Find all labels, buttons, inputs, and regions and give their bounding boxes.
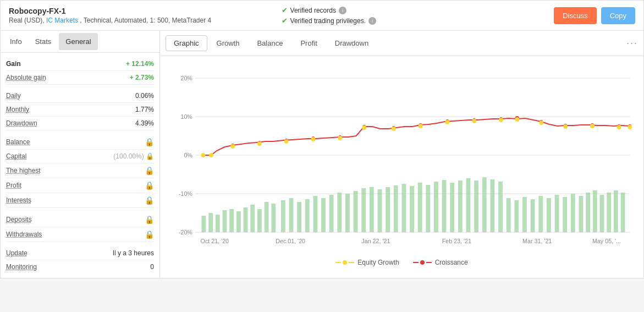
svg-rect-22 <box>244 207 248 232</box>
svg-rect-66 <box>593 190 597 232</box>
header-verified: ✔ Verified records i ✔ Verified trading … <box>282 6 554 25</box>
value-highest: 🔒 <box>145 166 154 175</box>
svg-point-101 <box>472 119 476 123</box>
svg-rect-25 <box>265 202 269 232</box>
account-title: Robocopy-FX-1 <box>9 7 282 15</box>
svg-rect-59 <box>538 196 543 232</box>
svg-rect-53 <box>491 179 495 232</box>
label-highest: The highest <box>6 167 41 174</box>
legend-croissance: Croissance <box>413 259 468 266</box>
chart-area: .grid-line { stroke: #e0e0e0; stroke-wid… <box>160 56 643 276</box>
divider-4 <box>6 242 154 247</box>
legend-equity-label: Equity Growth <box>357 259 399 266</box>
label-absolute-gain: Absolute gain <box>6 74 46 81</box>
row-highest: The highest 🔒 <box>6 163 154 178</box>
svg-rect-62 <box>563 197 567 232</box>
label-withdrawals: Withdrawals <box>6 231 42 238</box>
info-icon-trading[interactable]: i <box>368 17 376 25</box>
row-interests: Interests 🔒 <box>6 193 154 208</box>
more-button[interactable]: ··· <box>626 37 638 49</box>
main-container: Robocopy-FX-1 Real (USD), IC Markets , T… <box>0 0 644 278</box>
svg-point-99 <box>419 124 423 128</box>
label-balance: Balance <box>6 138 30 146</box>
svg-point-96 <box>338 136 342 140</box>
chart-legend: Equity Growth Croissance <box>168 256 635 271</box>
svg-rect-17 <box>208 213 213 232</box>
svg-rect-67 <box>600 195 604 232</box>
row-gain: Gain + 12.14% <box>6 57 154 71</box>
info-icon-records[interactable]: i <box>339 7 346 14</box>
svg-rect-47 <box>442 180 447 232</box>
svg-rect-56 <box>514 200 519 232</box>
value-monthly: 1.77% <box>135 106 154 113</box>
tab-growth[interactable]: Growth <box>208 35 248 51</box>
tab-graphic[interactable]: Graphic <box>166 35 207 51</box>
value-withdrawals: 🔒 <box>145 230 154 239</box>
svg-rect-33 <box>329 195 334 232</box>
tab-stats[interactable]: Stats <box>29 31 58 52</box>
svg-rect-48 <box>450 183 454 232</box>
svg-rect-28 <box>289 198 294 232</box>
tab-general[interactable]: General <box>59 33 97 50</box>
label-gain: Gain <box>6 60 21 68</box>
left-tabs: Info Stats General <box>1 31 159 53</box>
value-balance: 🔒 <box>145 138 154 146</box>
svg-text:0%: 0% <box>184 152 192 158</box>
row-drawdown: Drawdown 4.39% <box>6 117 154 130</box>
svg-rect-68 <box>607 193 611 232</box>
label-daily: Daily <box>6 92 21 100</box>
svg-rect-18 <box>216 215 220 232</box>
svg-text:20%: 20% <box>180 75 192 81</box>
label-update: Update <box>6 249 27 257</box>
tab-balance[interactable]: Balance <box>249 35 291 51</box>
svg-rect-37 <box>361 188 366 232</box>
verified-trading-text: Verified trading privileges. <box>290 17 366 25</box>
svg-rect-39 <box>378 189 382 232</box>
check-icon-records: ✔ <box>282 6 288 14</box>
main-content: Info Stats General Gain + 12.14% Absolut… <box>1 31 643 278</box>
value-update: Il y a 3 heures <box>113 249 154 257</box>
legend-equity: Equity Growth <box>335 259 399 266</box>
verified-records-text: Verified records <box>290 7 336 14</box>
ic-markets-link[interactable]: IC Markets <box>46 17 78 24</box>
svg-rect-41 <box>394 185 398 232</box>
svg-text:Feb 23, '21: Feb 23, '21 <box>442 238 471 244</box>
svg-text:-20%: -20% <box>179 229 192 236</box>
svg-rect-23 <box>250 205 255 232</box>
svg-rect-19 <box>223 210 227 232</box>
svg-rect-42 <box>402 184 406 232</box>
copy-button[interactable]: Copy <box>601 7 635 24</box>
value-monitoring: 0 <box>150 263 154 271</box>
svg-rect-51 <box>474 180 478 232</box>
svg-rect-24 <box>257 209 262 232</box>
discuss-button[interactable]: Discuss <box>554 7 597 24</box>
chart-tabs: Graphic Growth Balance Profit Drawdown ·… <box>160 31 643 56</box>
svg-rect-50 <box>466 178 471 232</box>
svg-point-106 <box>590 124 595 128</box>
svg-text:May 05, '...: May 05, '... <box>592 238 621 244</box>
label-monthly: Monthly <box>6 106 29 113</box>
svg-rect-55 <box>507 198 511 232</box>
row-deposits: Deposits 🔒 <box>6 212 154 227</box>
account-subtitle: Real (USD), IC Markets , Technical, Auto… <box>9 17 282 24</box>
svg-rect-65 <box>586 193 590 232</box>
svg-rect-29 <box>297 202 301 232</box>
svg-point-98 <box>392 127 396 131</box>
label-capital: Capital <box>6 152 26 160</box>
svg-rect-20 <box>229 209 234 232</box>
svg-rect-16 <box>202 216 206 232</box>
svg-point-107 <box>617 125 621 129</box>
svg-rect-35 <box>345 194 350 232</box>
label-profit: Profit <box>6 182 21 189</box>
tab-profit[interactable]: Profit <box>292 35 325 51</box>
tab-drawdown[interactable]: Drawdown <box>327 35 377 51</box>
tab-info[interactable]: Info <box>3 31 29 52</box>
label-interests: Interests <box>6 196 31 204</box>
divider-2 <box>6 130 154 135</box>
value-gain: + 12.14% <box>126 60 154 68</box>
svg-rect-57 <box>522 197 527 232</box>
header: Robocopy-FX-1 Real (USD), IC Markets , T… <box>1 1 643 31</box>
svg-point-103 <box>515 117 519 122</box>
value-drawdown: 4.39% <box>135 119 154 127</box>
svg-rect-45 <box>426 185 430 232</box>
